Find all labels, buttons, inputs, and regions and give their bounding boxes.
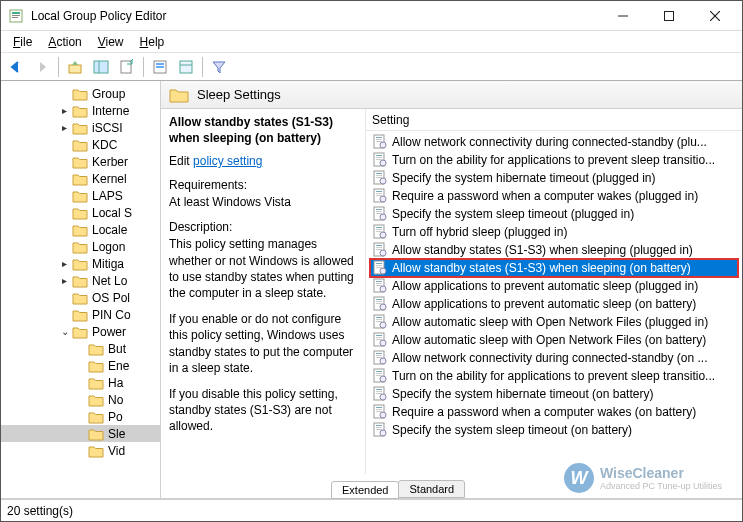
forward-button[interactable] [30, 55, 54, 79]
tree-item[interactable]: No [1, 391, 160, 408]
setting-row[interactable]: Turn on the ability for applications to … [370, 151, 738, 169]
setting-row[interactable]: Allow standby states (S1-S3) when sleepi… [370, 259, 738, 277]
tree-item[interactable]: Group [1, 85, 160, 102]
svg-rect-50 [376, 249, 382, 250]
svg-rect-5 [665, 11, 674, 20]
up-button[interactable] [63, 55, 87, 79]
expander-icon[interactable] [59, 88, 70, 99]
expander-icon[interactable] [59, 292, 70, 303]
menu-view[interactable]: View [90, 33, 132, 51]
menu-help[interactable]: Help [132, 33, 173, 51]
tree-item[interactable]: Ene [1, 357, 160, 374]
expander-icon[interactable] [59, 241, 70, 252]
back-button[interactable] [4, 55, 28, 79]
setting-row[interactable]: Allow network connectivity during connec… [370, 349, 738, 367]
setting-label: Require a password when a computer wakes… [392, 189, 698, 203]
tree-item-label: KDC [92, 138, 117, 152]
expander-icon[interactable]: ▸ [59, 105, 70, 116]
settings-column-header[interactable]: Setting [366, 109, 742, 131]
nav-tree[interactable]: Group▸Interne▸iSCSIKDCKerberKernelLAPSLo… [1, 81, 161, 498]
tree-item[interactable]: PIN Co [1, 306, 160, 323]
expander-icon[interactable]: ▸ [59, 275, 70, 286]
minimize-button[interactable] [600, 1, 646, 31]
filter-button[interactable] [207, 55, 231, 79]
expander-icon[interactable] [59, 309, 70, 320]
tree-item[interactable]: ⌄Power [1, 323, 160, 340]
tree-item-label: Sle [108, 427, 125, 441]
expander-icon[interactable]: ▸ [59, 122, 70, 133]
setting-row[interactable]: Require a password when a computer wakes… [370, 187, 738, 205]
expander-icon[interactable] [59, 173, 70, 184]
setting-label: Require a password when a computer wakes… [392, 405, 696, 419]
setting-row[interactable]: Turn off hybrid sleep (plugged in) [370, 223, 738, 241]
folder-icon [88, 427, 104, 441]
tree-item[interactable]: Kerber [1, 153, 160, 170]
tree-item[interactable]: Po [1, 408, 160, 425]
expander-icon[interactable] [59, 190, 70, 201]
setting-row[interactable]: Allow applications to prevent automatic … [370, 277, 738, 295]
show-hide-tree-button[interactable] [89, 55, 113, 79]
tree-item[interactable]: Vid [1, 442, 160, 459]
edit-label: Edit [169, 154, 190, 168]
properties-button[interactable] [174, 55, 198, 79]
tree-item[interactable]: ▸Mitiga [1, 255, 160, 272]
tree-item[interactable]: Sle [1, 425, 160, 442]
export-button[interactable] [115, 55, 139, 79]
setting-row[interactable]: Specify the system sleep timeout (plugge… [370, 205, 738, 223]
expander-icon[interactable] [59, 156, 70, 167]
expander-icon[interactable] [59, 224, 70, 235]
settings-list[interactable]: Allow network connectivity during connec… [366, 131, 742, 474]
svg-rect-68 [376, 317, 382, 318]
tree-item-label: Power [92, 325, 126, 339]
window-title: Local Group Policy Editor [31, 9, 600, 23]
setting-row[interactable]: Allow automatic sleep with Open Network … [370, 331, 738, 349]
expander-icon[interactable]: ▸ [59, 258, 70, 269]
tree-item-label: But [108, 342, 126, 356]
expander-icon[interactable] [59, 207, 70, 218]
setting-row[interactable]: Turn on the ability for applications to … [370, 367, 738, 385]
svg-point-26 [380, 160, 386, 166]
setting-row[interactable]: Allow network connectivity during connec… [370, 133, 738, 151]
tab-standard[interactable]: Standard [398, 480, 465, 498]
tree-item[interactable]: But [1, 340, 160, 357]
tree-item[interactable]: KDC [1, 136, 160, 153]
selected-setting-title: Allow standby states (S1-S3) when sleepi… [169, 115, 357, 146]
close-button[interactable] [692, 1, 738, 31]
svg-point-36 [380, 196, 386, 202]
tree-item[interactable]: Logon [1, 238, 160, 255]
setting-row[interactable]: Specify the system hibernate timeout (pl… [370, 169, 738, 187]
tree-item[interactable]: ▸Net Lo [1, 272, 160, 289]
maximize-button[interactable] [646, 1, 692, 31]
description-text-1: This policy setting manages whether or n… [169, 236, 357, 301]
tree-item[interactable]: ▸iSCSI [1, 119, 160, 136]
edit-policy-link[interactable]: policy setting [193, 154, 262, 168]
menu-file[interactable]: File [5, 33, 40, 51]
folder-icon [72, 172, 88, 186]
svg-rect-89 [376, 391, 382, 392]
expander-icon[interactable] [59, 139, 70, 150]
tree-item[interactable]: Locale [1, 221, 160, 238]
tree-item[interactable]: Kernel [1, 170, 160, 187]
tree-item[interactable]: ▸Interne [1, 102, 160, 119]
tree-item[interactable]: LAPS [1, 187, 160, 204]
setting-row[interactable]: Specify the system hibernate timeout (on… [370, 385, 738, 403]
svg-point-21 [380, 142, 386, 148]
setting-row[interactable]: Allow standby states (S1-S3) when sleepi… [370, 241, 738, 259]
tree-item[interactable]: Ha [1, 374, 160, 391]
tree-item[interactable]: Local S [1, 204, 160, 221]
setting-row[interactable]: Specify the system sleep timeout (on bat… [370, 421, 738, 439]
policy-icon [372, 224, 388, 240]
tree-item[interactable]: OS Pol [1, 289, 160, 306]
tree-item-label: Kerber [92, 155, 128, 169]
setting-row[interactable]: Require a password when a computer wakes… [370, 403, 738, 421]
svg-rect-1 [12, 12, 20, 14]
policy-icon [372, 152, 388, 168]
setting-row[interactable]: Allow applications to prevent automatic … [370, 295, 738, 313]
refresh-button[interactable] [148, 55, 172, 79]
expander-icon[interactable]: ⌄ [59, 326, 70, 337]
svg-point-81 [380, 358, 386, 364]
status-bar: 20 setting(s) [1, 499, 742, 521]
menu-action[interactable]: Action [40, 33, 89, 51]
tab-extended[interactable]: Extended [331, 481, 399, 499]
setting-row[interactable]: Allow automatic sleep with Open Network … [370, 313, 738, 331]
